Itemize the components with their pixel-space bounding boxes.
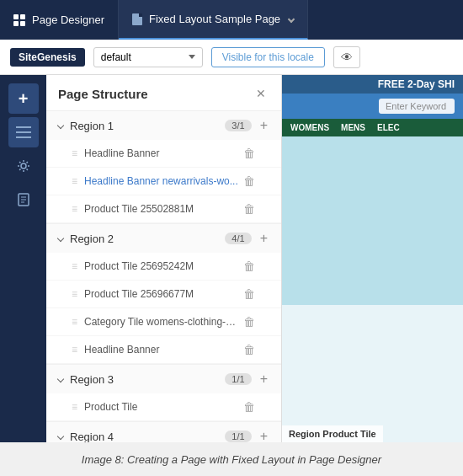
region-badge: 3/1 bbox=[225, 120, 251, 131]
nav-link-1[interactable]: MENS bbox=[341, 123, 365, 132]
region-item[interactable]: ≡ Product Tile 25695242M 🗑 bbox=[46, 253, 281, 281]
region-item[interactable]: ≡ Category Tile womens-clothing-dr... 🗑 bbox=[46, 308, 281, 336]
item-label: Product Tile 25695242M bbox=[84, 260, 240, 272]
chevron-icon bbox=[57, 122, 64, 129]
region-item[interactable]: ≡ Headline Banner 🗑 bbox=[46, 140, 281, 168]
region-group-1: Region 1 3/1 + ≡ Headline Banner 🗑 ≡ Hea… bbox=[46, 111, 281, 224]
drag-handle-icon[interactable]: ≡ bbox=[72, 401, 77, 413]
page-tab[interactable]: Fixed Layout Sample Page bbox=[119, 0, 308, 40]
drag-handle-icon[interactable]: ≡ bbox=[72, 316, 77, 328]
site-badge: SiteGenesis bbox=[10, 48, 85, 67]
preview-banner: FREE 2-Day SHI bbox=[282, 75, 463, 94]
top-nav: Page Designer Fixed Layout Sample Page bbox=[0, 0, 463, 40]
region-header-1[interactable]: Region 1 3/1 + bbox=[46, 111, 281, 140]
sidebar-files-button[interactable] bbox=[8, 185, 39, 215]
region-label: Region 3 bbox=[70, 373, 225, 386]
caption-text: Image 8: Creating a Page with Fixed Layo… bbox=[82, 453, 381, 466]
item-label: Headline Banner newarrivals-wo... bbox=[84, 175, 240, 187]
region-item[interactable]: ≡ Product Tile 🗑 bbox=[46, 393, 281, 421]
item-label: Headline Banner bbox=[84, 147, 240, 159]
eye-button[interactable]: 👁 bbox=[333, 46, 360, 68]
left-sidebar: + bbox=[0, 75, 46, 442]
region-label: Region 2 bbox=[70, 233, 225, 245]
drag-handle-icon[interactable]: ≡ bbox=[72, 147, 77, 159]
locale-button[interactable]: Visible for this locale bbox=[211, 47, 325, 67]
item-label: Product Tile 25696677M bbox=[84, 288, 240, 300]
region-item[interactable]: ≡ Headline Banner newarrivals-wo... 🗑 bbox=[46, 168, 281, 195]
delete-icon[interactable]: 🗑 bbox=[240, 286, 258, 302]
region-header-4[interactable]: Region 4 1/1 + bbox=[46, 422, 281, 442]
preview-nav: WOMENSMENSELEC bbox=[282, 119, 463, 136]
chevron-icon bbox=[57, 376, 64, 382]
item-label: Category Tile womens-clothing-dr... bbox=[84, 316, 240, 328]
file-icon bbox=[18, 193, 29, 206]
doc-icon bbox=[132, 13, 142, 25]
logo-label: Page Designer bbox=[32, 13, 104, 26]
item-label: Product Tile 25502881M bbox=[84, 203, 240, 215]
locale-dropdown[interactable]: default bbox=[93, 47, 203, 67]
preview-body: Region Product Tile bbox=[282, 136, 463, 305]
region-item[interactable]: ≡ Product Tile 25696677M 🗑 bbox=[46, 281, 281, 308]
delete-icon[interactable]: 🗑 bbox=[240, 341, 258, 358]
region-badge: 4/1 bbox=[225, 233, 251, 244]
drag-handle-icon[interactable]: ≡ bbox=[72, 344, 77, 356]
region-group-3: Region 3 1/1 + ≡ Product Tile 🗑 bbox=[46, 365, 281, 422]
sidebar-settings-button[interactable] bbox=[8, 151, 39, 181]
svg-rect-0 bbox=[16, 126, 31, 128]
item-label: Headline Banner bbox=[84, 344, 240, 356]
region-add-button[interactable]: + bbox=[258, 118, 269, 133]
drag-handle-icon[interactable]: ≡ bbox=[72, 175, 77, 187]
logo-tab[interactable]: Page Designer bbox=[0, 0, 119, 40]
region-label: Region 4 bbox=[70, 431, 225, 443]
tab-chevron-icon[interactable] bbox=[288, 15, 295, 22]
page-structure-panel: Page Structure ✕ Region 1 3/1 + ≡ Headli… bbox=[46, 75, 282, 442]
preview-area: FREE 2-Day SHI Enter Keyword WOMENSMENSE… bbox=[282, 75, 463, 442]
region-item[interactable]: ≡ Headline Banner 🗑 bbox=[46, 336, 281, 364]
panel-title: Page Structure bbox=[58, 87, 148, 101]
grid-icon bbox=[13, 14, 25, 26]
tab-label: Fixed Layout Sample Page bbox=[149, 13, 280, 25]
sidebar-add-button[interactable]: + bbox=[8, 83, 39, 114]
toolbar: SiteGenesis default Visible for this loc… bbox=[0, 40, 463, 75]
svg-point-3 bbox=[21, 163, 26, 168]
svg-rect-2 bbox=[16, 136, 31, 138]
delete-icon[interactable]: 🗑 bbox=[240, 145, 258, 162]
region-group-2: Region 2 4/1 + ≡ Product Tile 25695242M … bbox=[46, 224, 281, 365]
region-badge: 1/1 bbox=[225, 431, 251, 442]
preview-search-bar: Enter Keyword bbox=[282, 94, 463, 119]
region-group-4: Region 4 1/1 + bbox=[46, 422, 281, 442]
region-add-button[interactable]: + bbox=[258, 231, 269, 246]
region-add-button[interactable]: + bbox=[258, 372, 269, 387]
item-label: Product Tile bbox=[84, 401, 240, 413]
drag-handle-icon[interactable]: ≡ bbox=[72, 203, 77, 215]
delete-icon[interactable]: 🗑 bbox=[240, 258, 258, 275]
region-badge: 1/1 bbox=[225, 373, 251, 385]
delete-icon[interactable]: 🗑 bbox=[240, 313, 258, 330]
delete-icon[interactable]: 🗑 bbox=[240, 201, 258, 217]
region-item[interactable]: ≡ Product Tile 25502881M 🗑 bbox=[46, 195, 281, 223]
delete-icon[interactable]: 🗑 bbox=[240, 398, 258, 415]
main-area: + Page Structure ✕ bbox=[0, 75, 463, 442]
svg-rect-1 bbox=[16, 131, 31, 133]
gear-icon bbox=[17, 159, 30, 173]
close-button[interactable]: ✕ bbox=[253, 85, 269, 102]
chevron-icon bbox=[57, 433, 64, 440]
panel-header: Page Structure ✕ bbox=[46, 75, 281, 111]
list-icon bbox=[16, 126, 31, 138]
region-header-3[interactable]: Region 3 1/1 + bbox=[46, 365, 281, 393]
chevron-icon bbox=[57, 235, 64, 242]
delete-icon[interactable]: 🗑 bbox=[240, 173, 258, 190]
search-box[interactable]: Enter Keyword bbox=[379, 99, 455, 114]
nav-link-2[interactable]: ELEC bbox=[377, 123, 400, 132]
region-product-tile-label: Region Product Tile bbox=[282, 425, 383, 442]
sidebar-structure-button[interactable] bbox=[8, 117, 39, 147]
image-caption: Image 8: Creating a Page with Fixed Layo… bbox=[0, 442, 463, 476]
region-header-2[interactable]: Region 2 4/1 + bbox=[46, 224, 281, 253]
nav-link-0[interactable]: WOMENS bbox=[290, 123, 329, 132]
region-label: Region 1 bbox=[70, 120, 225, 132]
drag-handle-icon[interactable]: ≡ bbox=[72, 288, 77, 300]
drag-handle-icon[interactable]: ≡ bbox=[72, 260, 77, 272]
region-add-button[interactable]: + bbox=[258, 429, 269, 442]
panel-scroll[interactable]: Region 1 3/1 + ≡ Headline Banner 🗑 ≡ Hea… bbox=[46, 111, 281, 442]
